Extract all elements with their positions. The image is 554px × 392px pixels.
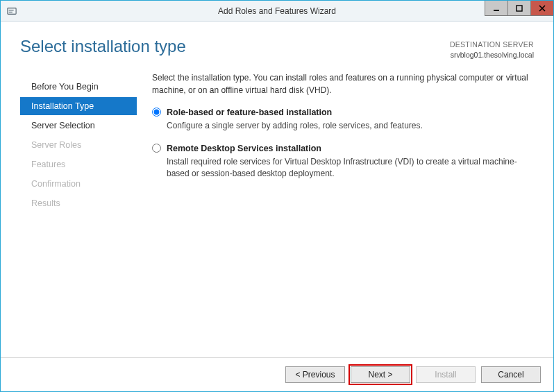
nav-features: Features: [20, 155, 137, 173]
cancel-button[interactable]: Cancel: [481, 366, 541, 383]
window-title: Add Roles and Features Wizard: [1, 6, 553, 16]
wizard-header: Select installation type DESTINATION SER…: [1, 22, 553, 60]
svg-rect-2: [9, 11, 12, 12]
option-rds-desc: Install required role services for Virtu…: [167, 156, 532, 180]
close-button[interactable]: [530, 1, 554, 16]
option-role-based[interactable]: Role-based or feature-based installation…: [152, 106, 532, 133]
option-rds[interactable]: Remote Desktop Services installation Ins…: [152, 142, 532, 180]
option-rds-radio[interactable]: [152, 144, 161, 153]
svg-rect-0: [8, 8, 16, 14]
app-icon: [6, 6, 17, 17]
nav-server-roles: Server Roles: [20, 136, 137, 154]
destination-server: srvblog01.thesolving.local: [450, 50, 534, 60]
wizard-content-area: Before You Begin Installation Type Serve…: [1, 60, 553, 357]
wizard-footer: < Previous Next > Install Cancel: [1, 357, 553, 391]
wizard-nav: Before You Begin Installation Type Serve…: [20, 72, 137, 357]
destination-info: DESTINATION SERVER srvblog01.thesolving.…: [450, 40, 534, 60]
option-role-based-radio[interactable]: [152, 108, 161, 117]
nav-results: Results: [20, 194, 137, 212]
titlebar: Add Roles and Features Wizard: [1, 1, 553, 22]
option-role-based-title: Role-based or feature-based installation: [167, 106, 532, 119]
nav-confirmation: Confirmation: [20, 175, 137, 193]
svg-rect-1: [9, 10, 14, 10]
previous-button[interactable]: < Previous: [285, 366, 345, 383]
minimize-button[interactable]: [485, 1, 508, 16]
svg-rect-3: [494, 10, 499, 11]
wizard-body: Select installation type DESTINATION SER…: [1, 22, 553, 391]
install-button: Install: [416, 366, 476, 383]
window-controls: [485, 1, 553, 21]
nav-before-you-begin[interactable]: Before You Begin: [20, 78, 137, 96]
wizard-main-content: Select the installation type. You can in…: [137, 72, 534, 357]
svg-rect-4: [517, 6, 522, 11]
intro-text: Select the installation type. You can in…: [152, 72, 532, 96]
next-button[interactable]: Next >: [351, 366, 410, 383]
nav-installation-type[interactable]: Installation Type: [20, 97, 137, 115]
page-title: Select installation type: [20, 37, 186, 56]
destination-label: DESTINATION SERVER: [450, 40, 534, 50]
option-rds-title: Remote Desktop Services installation: [167, 142, 532, 155]
option-role-based-desc: Configure a single server by adding role…: [167, 120, 532, 132]
maximize-button[interactable]: [507, 1, 531, 16]
nav-server-selection[interactable]: Server Selection: [20, 117, 137, 135]
